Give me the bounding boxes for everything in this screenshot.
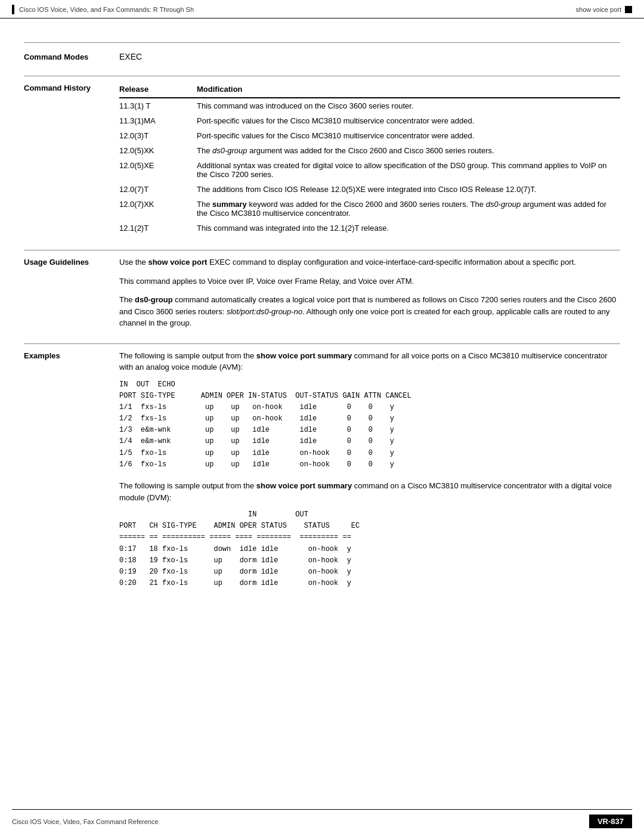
command-history-inner: Command History Release Modification 11.… [24, 82, 620, 236]
modification-cell: This command was integrated into the 12.… [197, 221, 620, 236]
example-intro-2: The following is sample output from the … [119, 480, 620, 503]
release-cell: 12.0(5)XK [119, 143, 197, 158]
command-modes-section: Command Modes EXEC [24, 42, 620, 61]
modification-cell: Additional syntax was created for digita… [197, 158, 620, 182]
release-cell: 12.0(7)T [119, 182, 197, 197]
command-history-label: Command History [24, 82, 119, 236]
release-cell: 11.3(1)MA [119, 113, 197, 128]
example-intro-1: The following is sample output from the … [119, 350, 620, 373]
main-content: Command Modes EXEC Command History Relea… [0, 18, 644, 649]
usage-paragraph: This command applies to Voice over IP, V… [119, 275, 620, 287]
modification-cell: This command was introduced on the Cisco… [197, 98, 620, 113]
modification-cell: Port-specific values for the Cisco MC381… [197, 128, 620, 143]
usage-content: Use the show voice port EXEC command to … [119, 256, 620, 329]
page-header: Cisco IOS Voice, Video, and Fax Commands… [0, 0, 644, 18]
col-modification: Modification [197, 82, 620, 98]
modification-cell: Port-specific values for the Cisco MC381… [197, 113, 620, 128]
header-right-icon [625, 6, 632, 13]
footer-right: VR-837 [589, 815, 632, 828]
col-release: Release [119, 82, 197, 98]
page-footer: Cisco IOS Voice, Video, Fax Command Refe… [12, 809, 632, 833]
examples-section: Examples The following is sample output … [24, 343, 620, 599]
release-cell: 11.3(1) T [119, 98, 197, 113]
table-row: 11.3(1)MAPort-specific values for the Ci… [119, 113, 620, 128]
examples-inner: Examples The following is sample output … [24, 350, 620, 599]
history-table-header-row: Release Modification [119, 82, 620, 98]
command-modes-value: EXEC [119, 52, 620, 61]
usage-guidelines-label: Usage Guidelines [24, 256, 119, 329]
examples-content: The following is sample output from the … [119, 350, 620, 599]
table-row: 12.0(7)XKThe summary keyword was added f… [119, 197, 620, 221]
header-bar-icon [12, 5, 14, 14]
command-history-section: Command History Release Modification 11.… [24, 76, 620, 236]
release-cell: 12.0(3)T [119, 128, 197, 143]
modification-cell: The additions from Cisco IOS Release 12.… [197, 182, 620, 197]
header-breadcrumb: Cisco IOS Voice, Video, and Fax Commands… [19, 6, 194, 13]
examples-label: Examples [24, 350, 119, 599]
release-cell: 12.1(2)T [119, 221, 197, 236]
release-cell: 12.0(7)XK [119, 197, 197, 221]
table-row: 12.0(5)XKThe ds0-group argument was adde… [119, 143, 620, 158]
table-row: 12.0(5)XEAdditional syntax was created f… [119, 158, 620, 182]
command-modes-label: Command Modes [24, 51, 119, 61]
table-row: 12.0(7)TThe additions from Cisco IOS Rel… [119, 182, 620, 197]
modification-cell: The ds0-group argument was added for the… [197, 143, 620, 158]
header-left: Cisco IOS Voice, Video, and Fax Commands… [12, 5, 194, 14]
usage-inner: Usage Guidelines Use the show voice port… [24, 256, 620, 329]
usage-paragraph: Use the show voice port EXEC command to … [119, 256, 620, 268]
command-history-table: Release Modification 11.3(1) TThis comma… [119, 82, 620, 236]
table-row: 12.1(2)TThis command was integrated into… [119, 221, 620, 236]
page-number-badge: VR-837 [589, 815, 632, 828]
header-command-name: show voice port [576, 6, 621, 13]
header-right: show voice port [576, 6, 632, 13]
usage-paragraph: The ds0-group command automatically crea… [119, 294, 620, 329]
table-row: 12.0(3)TPort-specific values for the Cis… [119, 128, 620, 143]
footer-left-text: Cisco IOS Voice, Video, Fax Command Refe… [12, 818, 159, 825]
example-code-2: IN OUT PORT CH SIG-TYPE ADMIN OPER STATU… [119, 509, 620, 589]
modification-cell: The summary keyword was added for the Ci… [197, 197, 620, 221]
table-row: 11.3(1) TThis command was introduced on … [119, 98, 620, 113]
release-cell: 12.0(5)XE [119, 158, 197, 182]
example-code-1: IN OUT ECHO PORT SIG-TYPE ADMIN OPER IN-… [119, 379, 620, 471]
usage-guidelines-section: Usage Guidelines Use the show voice port… [24, 250, 620, 329]
